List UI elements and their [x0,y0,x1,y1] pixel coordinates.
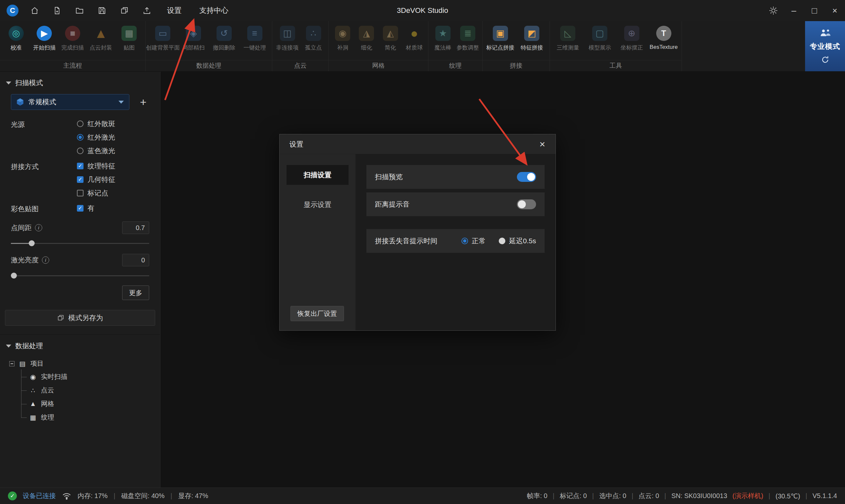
maximize-button[interactable]: □ [804,0,825,21]
tab-scan-settings[interactable]: 扫描设置 [287,165,348,185]
laser-brightness-value[interactable]: 0 [122,254,149,266]
checkbox-geometry-feature[interactable]: 几何特征 [77,175,115,184]
ribbon-item-texture-map[interactable]: ▦ 贴图 [115,23,143,60]
settings-dialog: 设置 × 扫描设置 显示设置 恢复出厂设置 扫描预览 距离提示音 拼接丢失音提示… [279,134,556,331]
point-spacing-value[interactable]: 0.7 [122,221,149,234]
gear-icon[interactable] [763,0,784,21]
add-mode-button[interactable]: + [136,95,150,109]
ribbon-item-parameter-adjust[interactable]: ≣ 参数调整 [455,23,481,60]
ribbon-item-simplify[interactable]: ◭ 简化 [379,23,402,60]
radio-infrared-speckle[interactable]: 红外散斑 [77,119,115,128]
statusbar: 设备已连接 内存: 17% | 磁盘空间: 40% | 显存: 47% 帧率: … [0,487,845,504]
radio-icon [77,147,84,154]
close-button[interactable]: × [825,0,845,21]
ribbon-item-feature-stitch[interactable]: ◩ 特征拼接 [516,23,548,60]
collapse-icon[interactable] [9,361,15,366]
chevron-down-icon [6,82,11,85]
ribbon-item-disconnected-items[interactable]: ◫ 非连接项 [274,23,300,60]
scan-preview-toggle[interactable] [517,172,536,182]
radio-icon [77,121,84,127]
new-project-icon[interactable] [51,4,64,17]
tree-node-realtime-scan[interactable]: ◉ 实时扫描 [21,370,160,383]
ribbon-item-magic-wand[interactable]: ★ 魔法棒 [430,23,455,60]
scan-mode-section-header[interactable]: 扫描模式 [0,72,160,93]
home-icon[interactable] [29,4,41,17]
ribbon-item-measure-3d[interactable]: ◺ 三维测量 [552,23,584,60]
factory-reset-button[interactable]: 恢复出厂设置 [290,306,344,321]
ribbon-item-fill-holes[interactable]: ◉ 补洞 [331,23,355,60]
ribbon-item-material-ball[interactable]: ● 材质球 [402,23,426,60]
radio-infrared-laser[interactable]: 红外激光 [77,133,115,142]
tree-node-project[interactable]: ▤ 项目 [9,358,160,369]
radio-normal[interactable]: 正常 [462,236,486,246]
info-icon[interactable] [35,224,42,231]
menu-settings[interactable]: 设置 [163,6,185,16]
cube-icon [17,98,24,106]
distance-beep-label: 距离提示音 [375,200,410,209]
save-mode-as-button[interactable]: 模式另存为 [5,310,155,326]
simplify-icon: ◭ [383,26,398,41]
minimize-button[interactable]: – [784,0,804,21]
open-project-icon[interactable] [73,4,86,17]
info-icon[interactable] [42,256,49,264]
menu-support-center[interactable]: 支持中心 [195,6,232,16]
scan-preview-label: 扫描预览 [375,172,403,182]
pointcloud-wrap-icon: ▲ [93,26,109,41]
dialog-close-button[interactable]: × [535,137,550,151]
row-distance-beep: 距离提示音 [366,193,545,216]
ribbon-item-one-click-process[interactable]: ≡ 一键处理 [239,23,270,60]
slider-knob[interactable] [29,240,35,246]
ribbon-toolbar: ◎ 校准 ▶ 开始扫描 ■ 完成扫描 ▲ 点云封装 ▦ 贴图 [0,21,845,72]
texture-icon: ▦ [29,414,37,421]
calibrate-icon: ◎ [8,26,24,41]
ribbon-item-start-scan[interactable]: ▶ 开始扫描 [30,23,59,60]
isolated-points-icon: ∴ [306,26,321,41]
marker-count: 标记点: 0 [560,491,587,500]
window-title: 3DeVOK Studio [397,6,448,15]
ribbon-item-local-fine-scan[interactable]: ◈ 局部精扫 [178,23,209,60]
tree-node-mesh[interactable]: ▲ 网格 [21,397,160,411]
checkbox-texture-feature[interactable]: 纹理特征 [77,161,115,170]
export-icon[interactable] [141,4,153,17]
measure-3d-icon: ◺ [560,26,575,41]
radio-blue-laser[interactable]: 蓝色激光 [77,146,115,156]
ribbon-item-bestexture[interactable]: T BesTexture [648,23,680,60]
point-spacing-slider[interactable] [11,240,149,247]
group-label-data-processing: 数据处理 [146,60,272,71]
ribbon-item-undo-delete[interactable]: ↺ 撤回删除 [209,23,240,60]
ribbon-item-coordinate-align[interactable]: ⊕ 坐标摆正 [616,23,648,60]
magic-wand-icon: ★ [435,26,451,41]
checkbox-marker-points[interactable]: 标记点 [77,188,115,198]
start-scan-icon: ▶ [37,26,52,41]
radio-delay[interactable]: 延迟0.5s [499,236,536,246]
checkbox-checked-icon [77,205,84,212]
pro-mode-panel[interactable]: 专业模式 [805,21,845,71]
tab-display-settings[interactable]: 显示设置 [287,195,348,215]
checkbox-color-map[interactable]: 有 [77,204,94,213]
check-circle-icon [8,491,17,500]
texture-map-icon: ▦ [122,26,137,41]
ribbon-item-create-background-plane[interactable]: ▭ 创建背景平面 [147,23,178,60]
checkbox-checked-icon [77,176,84,183]
feature-stitch-icon: ◩ [524,26,539,41]
laser-brightness-slider[interactable] [11,272,149,279]
ribbon-item-pointcloud-wrap[interactable]: ▲ 点云封装 [87,23,115,60]
ribbon-item-isolated-points[interactable]: ∴ 孤立点 [300,23,326,60]
tree-node-pointcloud[interactable]: ∴ 点云 [21,383,160,397]
ribbon-item-calibrate[interactable]: ◎ 校准 [2,23,30,60]
ribbon-item-marker-stitch[interactable]: ▣ 标记点拼接 [485,23,516,60]
distance-beep-toggle[interactable] [517,199,536,209]
wifi-icon [62,492,72,500]
row-scan-preview: 扫描预览 [366,165,545,189]
slider-knob[interactable] [11,273,17,278]
save-icon[interactable] [96,4,108,17]
sync-icon [821,55,829,64]
save-as-icon[interactable] [118,4,131,17]
scan-mode-select[interactable]: 常规模式 [11,94,129,110]
ribbon-item-finish-scan[interactable]: ■ 完成扫描 [58,23,87,60]
ribbon-item-refine[interactable]: ◮ 细化 [355,23,378,60]
tree-node-texture[interactable]: ▦ 纹理 [21,411,160,424]
more-button[interactable]: 更多 [122,286,149,300]
ribbon-item-model-display[interactable]: ▢ 模型展示 [584,23,616,60]
data-processing-section-header[interactable]: 数据处理 [0,335,160,356]
